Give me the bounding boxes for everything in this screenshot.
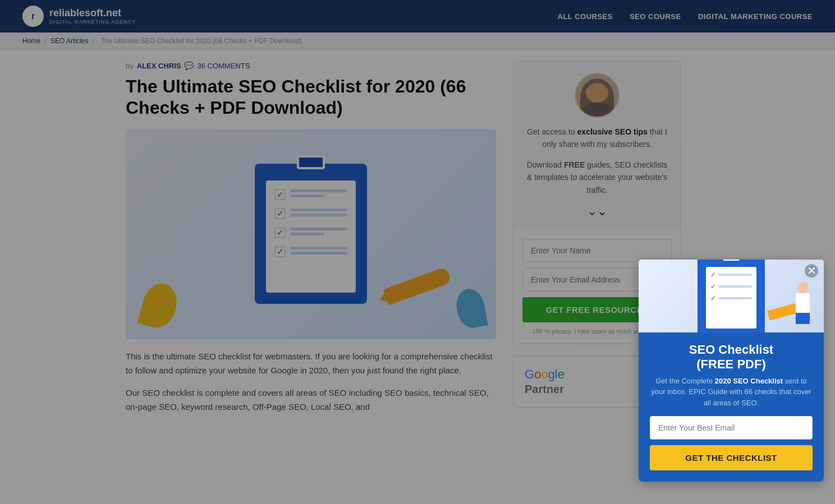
popup-email-input[interactable] xyxy=(650,416,813,433)
popup-clipboard: ✓ ✓ ✓ xyxy=(698,260,765,332)
popup-box: ✕ ✓ ✓ ✓ xyxy=(639,260,824,433)
popup-subtitle: Get the Complete 2020 SEO Checklist sent… xyxy=(650,376,813,409)
popup-body xyxy=(796,293,810,313)
popup-check-row-3: ✓ xyxy=(710,295,752,302)
popup-paper: ✓ ✓ ✓ xyxy=(706,267,756,329)
popup-line-1 xyxy=(718,274,752,276)
popup-check-mark-1: ✓ xyxy=(710,271,715,279)
popup-person-illustration xyxy=(793,282,813,327)
popup-head xyxy=(797,282,809,293)
popup-hero-image: ✓ ✓ ✓ xyxy=(639,260,824,332)
popup-line-3 xyxy=(718,297,752,299)
popup-check-row-1: ✓ xyxy=(710,271,752,279)
popup-check-row-2: ✓ xyxy=(710,283,752,290)
popup-pants xyxy=(796,313,810,324)
popup-clip-top xyxy=(723,260,740,261)
popup-title: SEO Checklist (FREE PDF) xyxy=(650,343,813,372)
popup-line-2 xyxy=(718,285,752,288)
popup-check-mark-2: ✓ xyxy=(710,283,715,290)
popup-check-mark-3: ✓ xyxy=(710,295,715,302)
popup-content: SEO Checklist (FREE PDF) Get the Complet… xyxy=(639,332,824,433)
close-icon[interactable]: ✕ xyxy=(805,264,818,278)
popup-overlay: ✕ ✓ ✓ ✓ xyxy=(0,0,835,433)
